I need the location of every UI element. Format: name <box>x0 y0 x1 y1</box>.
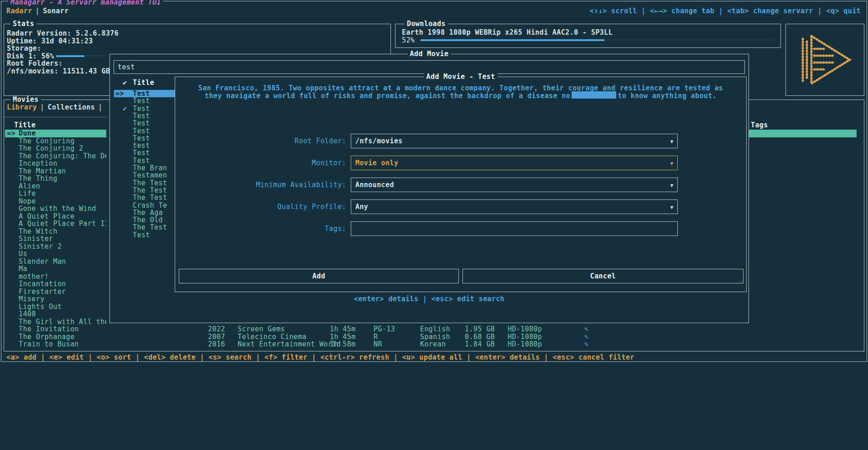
selected-row-tags-fragment <box>749 130 857 137</box>
result-check-icon: ✓ <box>123 105 133 112</box>
result-title: Testamen <box>133 172 167 179</box>
result-title: Test <box>133 149 150 157</box>
movie-quality-profile: HD-1080p <box>508 325 542 333</box>
movie-size: 1.95 GB <box>465 325 495 333</box>
result-title: Test <box>133 97 150 105</box>
minimum-availability-value: Announced <box>355 181 394 189</box>
result-title: Test <box>133 105 150 112</box>
movie-language: Korean <box>420 340 446 348</box>
movie-studio: Telecinco Cinema <box>238 333 307 341</box>
root-folder-label: Root Folder: <box>175 137 346 145</box>
movie-language: Spanish <box>420 333 450 341</box>
movie-year: 2016 <box>208 340 225 348</box>
servarr-tabs: Radarr|Sonarr <box>6 7 69 15</box>
result-title: The Aga <box>133 209 163 216</box>
quality-profile-select[interactable]: Any▼ <box>351 199 678 214</box>
movie-overview: San Francisco, 1985. Two opposites attra… <box>175 84 746 99</box>
result-title: The Test <box>133 224 167 231</box>
result-title: The Test <box>133 194 167 201</box>
uptime-line: Uptime: 31d 04:31:23 <box>7 37 388 45</box>
footer-keybinds: <a> add | <e> edit | <o> sort | <del> de… <box>6 354 634 361</box>
quality-profile-value: Any <box>355 203 368 211</box>
result-title: The Test <box>133 187 167 194</box>
result-title: Test <box>133 112 150 120</box>
result-title: Test <box>133 135 150 142</box>
chevron-down-icon: ▼ <box>670 204 673 212</box>
movie-quality-profile: HD-1080p <box>508 340 542 348</box>
add-movie-modal: Add Movie - Test San Francisco, 1985. Tw… <box>175 77 747 292</box>
movie-size: 0.68 GB <box>465 333 495 341</box>
cancel-button[interactable]: Cancel <box>463 269 743 283</box>
monitored-icon: ✎ <box>584 325 588 333</box>
tab-sonarr[interactable]: Sonarr <box>43 7 69 15</box>
minimum-availability-label: Minimum Availability: <box>175 181 346 189</box>
download-progress-line: 52% <box>402 37 774 44</box>
monitored-icon: ✎ <box>584 333 588 341</box>
monitor-label: Monitor: <box>175 159 346 167</box>
result-title: Test <box>133 120 150 127</box>
header-help: <↑↓> scroll | <←→> change tab | <tab> ch… <box>590 7 861 15</box>
app-title: Managarr - A Servarr management TUI <box>8 0 163 6</box>
monitored-icon: ✎ <box>584 340 588 348</box>
tags-input[interactable] <box>351 221 678 236</box>
stats-panel-title: Stats <box>10 20 36 28</box>
movie-runtime: 1h 45m <box>330 333 356 341</box>
result-title: Test <box>133 127 150 135</box>
movie-year: 2007 <box>208 333 225 341</box>
movie-overview-line2: they navigate a world full of risks and … <box>175 92 746 100</box>
result-title: test <box>133 142 150 149</box>
movie-detail-row[interactable]: 2022 Screen Gems 1h 45m PG-13 English 1.… <box>4 325 864 333</box>
movie-size: 1.84 GB <box>465 340 495 348</box>
selected-result-prefix: => <box>115 90 123 97</box>
monitor-select[interactable]: Movie only▼ <box>351 156 678 170</box>
result-title: Test <box>133 231 150 239</box>
tab-divider: | <box>36 7 40 15</box>
minimum-availability-select[interactable]: Announced▼ <box>351 178 678 192</box>
result-title: The Old <box>133 216 163 224</box>
selected-row-highlight-fragment <box>572 91 616 99</box>
result-title: Crash Te <box>133 202 167 209</box>
movie-certification: PG-13 <box>374 325 395 333</box>
movie-studio: Screen Gems <box>238 325 285 333</box>
movie-detail-row[interactable]: 2007 Telecinco Cinema 1h 45m R Spanish 0… <box>4 333 864 341</box>
movie-certification: NR <box>374 340 382 348</box>
movie-overview-line1: San Francisco, 1985. Two opposites attra… <box>175 84 746 92</box>
movie-certification: R <box>374 333 378 341</box>
monitor-row: Monitor: Movie only▼ <box>175 156 746 170</box>
movie-runtime: 1h 45m <box>330 325 356 333</box>
tab-radarr[interactable]: Radarr <box>6 7 32 15</box>
quality-profile-row: Quality Profile: Any▼ <box>175 199 746 214</box>
root-folder-row: Root Folder: /nfs/movies▼ <box>175 134 746 148</box>
managarr-logo-icon <box>786 24 864 95</box>
movie-studio: Next Entertainment World <box>238 340 341 348</box>
add-movie-modal-title: Add Movie - Test <box>424 73 498 81</box>
minimum-availability-row: Minimum Availability: Announced▼ <box>175 178 746 192</box>
tags-row: Tags: <box>175 221 746 236</box>
disk-usage-label: Disk 1: 56% <box>7 52 54 60</box>
result-title: The Test <box>133 179 167 187</box>
root-folder-value: /nfs/movies <box>355 137 403 145</box>
download-percent-label: 52% <box>402 37 415 44</box>
popup-help: <enter> details | <esc> edit search <box>110 295 748 303</box>
downloads-panel-title: Downloads <box>405 20 448 28</box>
result-title: Test <box>133 90 150 97</box>
add-button[interactable]: Add <box>179 269 459 283</box>
tags-label: Tags: <box>175 225 346 233</box>
download-item[interactable]: Earth 1998 1080p WEBRip x265 Hindi AAC2.… <box>402 29 613 37</box>
movie-quality-profile: HD-1080p <box>508 333 542 341</box>
movie-runtime: 1h 58m <box>330 340 356 348</box>
quality-profile-label: Quality Profile: <box>175 203 346 211</box>
result-title: The Bran <box>133 164 167 172</box>
storage-label: Storage: <box>7 45 388 52</box>
movie-language: English <box>420 325 450 333</box>
result-title: Test <box>133 157 150 164</box>
monitor-value: Movie only <box>355 159 398 167</box>
movie-detail-row[interactable]: 2016 Next Entertainment World 1h 58m NR … <box>4 340 864 348</box>
chevron-down-icon: ▼ <box>670 182 673 190</box>
radarr-version-line: Radarr Version: 5.2.6.8376 <box>7 30 388 37</box>
movie-year: 2022 <box>208 325 225 333</box>
root-folder-select[interactable]: /nfs/movies▼ <box>351 134 678 148</box>
disk-usage-gauge <box>56 53 107 59</box>
chevron-down-icon: ▼ <box>670 160 673 168</box>
logo-panel <box>785 24 864 96</box>
